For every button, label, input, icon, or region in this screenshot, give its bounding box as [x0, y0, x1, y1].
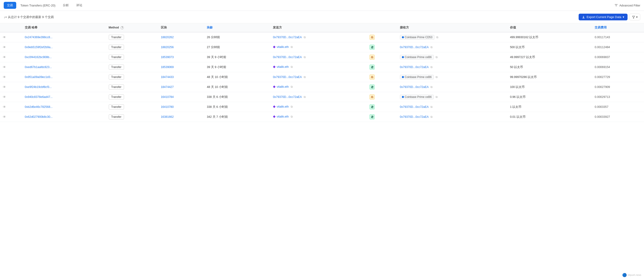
tx-hash-link[interactable]: 0xb2d6e46c782568... [25, 105, 52, 109]
value-cell: 500 以太币 [507, 42, 592, 52]
col-header-fee[interactable]: 交易费用 [592, 23, 644, 32]
table-row: 👁0xc0f44162bc908b...Transfer1853907339 天… [0, 52, 644, 62]
row-eye-icon[interactable]: 👁 [3, 35, 6, 39]
age-cell: 48 天 10 小时前 [204, 72, 270, 82]
table-row: 👁0x9eb5159f2ef2b9a...Transfer1882025627 … [0, 42, 644, 52]
row-eye-icon[interactable]: 👁 [3, 105, 6, 109]
tab-transactions[interactable]: 交易 [4, 2, 16, 9]
transactions-table-wrapper: 交易 哈希 Method ? 区块 块龄 发送方 接收方 价值 交易费用 👁0x… [0, 23, 644, 122]
to-copy-icon[interactable]: ⧉ [430, 85, 432, 89]
from-ens-link[interactable]: vitalik.eth [276, 85, 288, 88]
row-eye-icon[interactable]: 👁 [3, 45, 6, 49]
from-address-link[interactable]: 0x79370D...0cc72aEA [273, 95, 302, 99]
to-address-link[interactable]: 0x79370D...0cc72aEA [400, 85, 429, 89]
row-eye-icon[interactable]: 👁 [3, 55, 6, 59]
summary-actions: Export Current Page Data ▾ ▾ [579, 14, 640, 20]
to-copy-icon[interactable]: ⧉ [430, 115, 432, 119]
method-badge: Transfer [109, 84, 124, 90]
tx-hash-link[interactable]: 0xc0f44162bc908b... [25, 56, 52, 59]
to-copy-icon[interactable]: ⧉ [436, 36, 438, 39]
tx-hash-link[interactable]: 0x2474369e398cc8... [25, 36, 52, 39]
download-icon [582, 15, 585, 19]
from-ens-link[interactable]: vitalik.eth [276, 65, 288, 68]
from-copy-icon[interactable]: ⧉ [304, 95, 306, 99]
to-copy-icon[interactable]: ⧉ [430, 65, 432, 69]
to-address-link[interactable]: 0x79370D...0cc72aEA [400, 115, 429, 119]
direction-badge: 进 [370, 114, 374, 119]
method-help-icon[interactable]: ? [120, 26, 124, 29]
advanced-filter-label: Advanced Filter [620, 4, 640, 7]
fee-cell: 0.00029713 [592, 92, 644, 102]
to-copy-icon[interactable]: ⧉ [430, 46, 432, 49]
block-link[interactable]: 18539069 [161, 65, 174, 69]
method-badge: Transfer [109, 94, 124, 100]
block-link[interactable]: 18474433 [161, 75, 174, 79]
from-copy-icon[interactable]: ⧉ [291, 105, 293, 108]
tx-hash-link[interactable]: 0xed67b1aafdc823... [25, 65, 52, 69]
method-badge: Transfer [109, 65, 124, 70]
row-eye-icon[interactable]: 👁 [3, 75, 6, 79]
tab-comments[interactable]: 评论 [73, 2, 86, 9]
from-copy-icon[interactable]: ⧉ [304, 56, 306, 59]
to-address-link[interactable]: 0x79370D...0cc72aEA [400, 46, 429, 49]
from-ens-link[interactable]: vitalik.eth [276, 105, 288, 108]
block-link[interactable]: 18820256 [161, 46, 174, 49]
from-address-link[interactable]: 0x79370D...0cc72aEA [273, 36, 302, 39]
block-link[interactable]: 18539073 [161, 56, 174, 59]
row-eye-icon[interactable]: 👁 [3, 115, 6, 119]
to-copy-icon[interactable]: ⧉ [436, 75, 438, 79]
diamond-icon [273, 105, 276, 108]
advanced-filter-button[interactable]: Advanced Filter [614, 3, 640, 7]
tx-hash-link[interactable]: 0x62d027900b8c30... [25, 115, 52, 119]
from-address-link[interactable]: 0x79370D...0cc72aEA [273, 75, 302, 79]
age-cell: 26 分钟前 [204, 32, 270, 42]
age-cell: 342 天 7 小时前 [204, 112, 270, 122]
tab-analytics[interactable]: 分析 [60, 2, 72, 9]
from-copy-icon[interactable]: ⧉ [291, 65, 293, 68]
from-ens-link[interactable]: vitalik.eth [276, 45, 288, 49]
age-cell: 338 天 6 小时前 [204, 102, 270, 112]
tx-hash-link[interactable]: 0xe9f24b19cbf8cf3... [25, 85, 52, 89]
to-address-link[interactable]: 0x79370D...0cc72aEA [400, 65, 429, 69]
to-copy-icon[interactable]: ⧉ [436, 95, 438, 99]
from-ens-link[interactable]: vitalik.eth [276, 115, 288, 118]
block-link[interactable]: 16410780 [161, 105, 174, 109]
block-link[interactable]: 16381662 [161, 115, 174, 119]
to-copy-icon[interactable]: ⧉ [436, 56, 438, 59]
block-link[interactable]: 18474427 [161, 85, 174, 89]
tx-hash-link[interactable]: 0x951a09a09ec1d3... [25, 75, 52, 79]
row-eye-icon[interactable]: 👁 [3, 95, 6, 99]
method-badge: Transfer [109, 35, 124, 40]
direction-badge: 进 [370, 84, 374, 90]
fee-cell: 0.00112484 [592, 42, 644, 52]
from-copy-icon[interactable]: ⧉ [304, 36, 306, 39]
svg-rect-8 [273, 115, 276, 118]
from-copy-icon[interactable]: ⧉ [304, 75, 306, 79]
table-row: 👁0xe9f24b19cbf8cf3...Transfer1847442748 … [0, 82, 644, 92]
table-row: 👁0x2474369e398cc8...Transfer1882026226 分… [0, 32, 644, 42]
summary-text: ↓= 从总计 9 个交易中的最新 9 个交易 [4, 15, 54, 19]
table-row: 👁0x62d027900b8c30...Transfer16381662342 … [0, 112, 644, 122]
to-copy-icon[interactable]: ⧉ [430, 105, 432, 109]
tab-token-transfers[interactable]: Token Transfers (ERC-20) [17, 2, 59, 8]
table-filter-button[interactable]: ▾ [630, 14, 640, 20]
row-eye-icon[interactable]: 👁 [3, 85, 6, 89]
from-copy-icon[interactable]: ⧉ [291, 115, 293, 118]
tx-hash-link[interactable]: 0x9eb5159f2ef2b9a... [25, 46, 53, 49]
block-link[interactable]: 18820262 [161, 36, 174, 39]
fee-cell: 0.00027729 [592, 72, 644, 82]
direction-badge: 出 [370, 94, 374, 100]
tx-hash-link[interactable]: 0x940c8378e6ad47... [25, 95, 52, 99]
to-address-link[interactable]: 0x79370D...0cc72aEA [400, 105, 429, 109]
from-copy-icon[interactable]: ⧉ [291, 45, 293, 49]
export-button[interactable]: Export Current Page Data ▾ [579, 14, 628, 20]
diamond-icon [273, 115, 276, 118]
from-address-link[interactable]: 0x79370D...0cc72aEA [273, 56, 302, 59]
col-header-age[interactable]: 块龄 [204, 23, 270, 32]
receiver-label-badge: Coinbase Prime ceB6 [400, 55, 434, 59]
block-link[interactable]: 16410784 [161, 95, 174, 99]
row-eye-icon[interactable]: 👁 [3, 65, 6, 69]
method-badge: Transfer [109, 114, 124, 119]
from-copy-icon[interactable]: ⧉ [291, 85, 293, 88]
receiver-label-badge: Coinbase Prime ceB6 [400, 75, 434, 79]
